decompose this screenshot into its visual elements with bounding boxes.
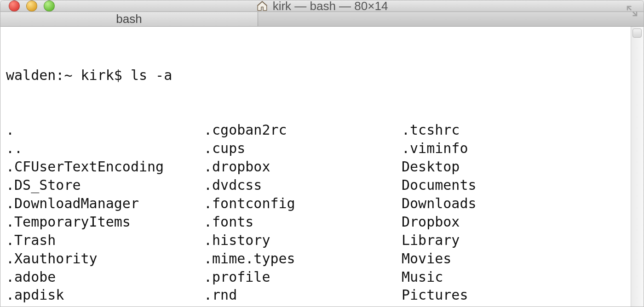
ls-column: .tcshrc.viminfoDesktopDocumentsDownloads… [402, 121, 477, 307]
tab-bash[interactable]: bash [0, 12, 258, 26]
ls-item: Library [402, 231, 477, 250]
tab-label: bash [116, 12, 142, 26]
ls-item: Music [402, 268, 477, 286]
window-title: kirk — bash — 80×14 [0, 0, 644, 13]
ls-item: .bash_history [6, 304, 204, 307]
window-controls [0, 0, 55, 11]
ls-item: .cups [204, 139, 402, 158]
ls-item: . [6, 121, 204, 139]
ls-item: .sh_history [204, 304, 402, 307]
ls-item: .Trash [6, 231, 204, 250]
home-icon [256, 0, 268, 12]
scrollbar[interactable] [631, 27, 644, 307]
ls-column: .cgoban2rc.cups.dropbox.dvdcss.fontconfi… [204, 121, 402, 307]
ls-item: Downloads [402, 194, 477, 213]
ls-item: .Xauthority [6, 250, 204, 268]
ls-item: Desktop [402, 158, 477, 176]
ls-item: .DownloadManager [6, 194, 204, 213]
ls-item: .cgoban2rc [204, 121, 402, 139]
ls-item: .fontconfig [204, 194, 402, 213]
terminal-output[interactable]: walden:~ kirk$ ls -a ....CFUserTextEncod… [0, 27, 631, 307]
ls-item: .TemporaryItems [6, 213, 204, 231]
minimize-button[interactable] [26, 0, 37, 11]
ls-item: Public [402, 304, 477, 307]
ls-item: .mime.types [204, 250, 402, 268]
ls-item: .. [6, 139, 204, 158]
zoom-button[interactable] [44, 0, 55, 11]
ls-item: .adobe [6, 268, 204, 286]
fullscreen-icon[interactable] [625, 4, 639, 18]
ls-item: .history [204, 231, 402, 250]
ls-item: .profile [204, 268, 402, 286]
ls-item: Pictures [402, 286, 477, 304]
ls-item: Dropbox [402, 213, 477, 231]
ls-item: .fonts [204, 213, 402, 231]
ls-item: .CFUserTextEncoding [6, 158, 204, 176]
ls-output: ....CFUserTextEncoding.DS_Store.Download… [6, 121, 626, 307]
ls-item: Movies [402, 250, 477, 268]
window-title-text: kirk — bash — 80×14 [273, 0, 388, 13]
scroll-thumb[interactable] [632, 28, 642, 38]
ls-item: .dropbox [204, 158, 402, 176]
ls-item: .tcshrc [402, 121, 477, 139]
ls-item: .DS_Store [6, 176, 204, 194]
terminal-window: kirk — bash — 80×14 bash walden:~ kirk$ … [0, 0, 644, 307]
prompt-line: walden:~ kirk$ ls -a [6, 66, 626, 85]
ls-item: .apdisk [6, 286, 204, 304]
tabs-bar: bash [0, 12, 644, 27]
close-button[interactable] [9, 0, 20, 11]
terminal-area: walden:~ kirk$ ls -a ....CFUserTextEncod… [0, 27, 644, 307]
ls-item: .rnd [204, 286, 402, 304]
ls-item: .viminfo [402, 139, 477, 158]
ls-item: .dvdcss [204, 176, 402, 194]
ls-column: ....CFUserTextEncoding.DS_Store.Download… [6, 121, 204, 307]
ls-item: Documents [402, 176, 477, 194]
title-bar: kirk — bash — 80×14 [0, 0, 644, 12]
